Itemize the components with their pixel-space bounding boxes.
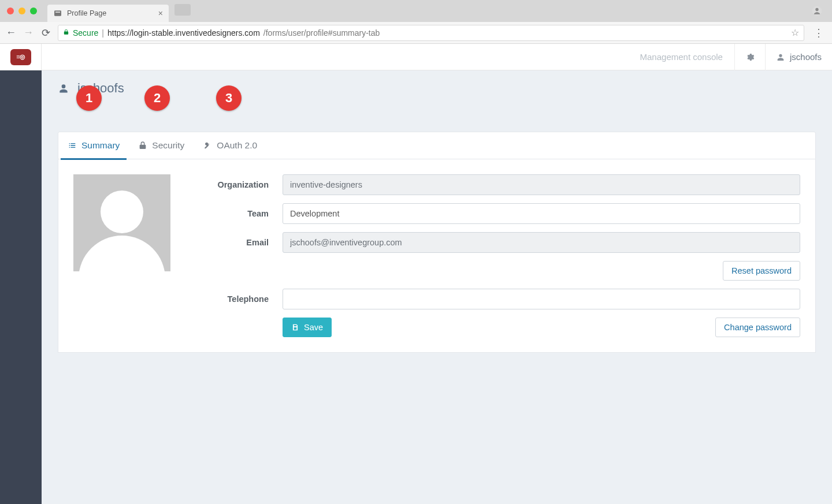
tabs: Summary Security OAuth 2.0 [58, 132, 816, 159]
save-button-label: Save [304, 323, 323, 332]
app-logo[interactable]: ≡◎ [0, 44, 42, 70]
window-minimize-icon[interactable] [18, 8, 25, 14]
forward-button: → [23, 27, 34, 39]
user-icon [776, 53, 785, 62]
input-organization [283, 174, 800, 195]
label-email: Email [194, 238, 269, 247]
settings-button[interactable] [735, 44, 765, 70]
window-close-icon[interactable] [7, 8, 14, 14]
browser-toolbar: ← → ⟳ Secure | https://login-stable.inve… [0, 22, 832, 44]
label-team: Team [194, 209, 269, 218]
list-icon [68, 141, 77, 150]
url-path: /forms/user/profile#summary-tab [263, 28, 380, 38]
save-button[interactable]: Save [283, 318, 332, 337]
reset-password-button[interactable]: Reset password [723, 261, 800, 281]
row-email: Email [194, 232, 800, 253]
svg-rect-0 [54, 10, 61, 16]
lock-icon [138, 141, 147, 150]
profile-form: Organization Team Email Reset password T… [194, 174, 800, 337]
profile-panel: Organization Team Email Reset password T… [58, 159, 816, 353]
annotation-badge-3: 3 [216, 85, 242, 111]
user-menu[interactable]: jschoofs [766, 44, 832, 70]
input-telephone[interactable] [283, 289, 800, 309]
app: ≡◎ Management console jschoofs jschoofs … [0, 44, 832, 504]
window-controls [0, 0, 44, 22]
browser-tab-title: Profile Page [67, 9, 106, 17]
tab-label: Security [152, 140, 184, 151]
browser-profile-icon[interactable] [802, 0, 832, 22]
avatar-placeholder [73, 174, 170, 271]
browser-chrome: Profile Page × ← → ⟳ Secure | https://lo… [0, 0, 832, 44]
row-organization: Organization [194, 174, 800, 195]
main: Management console jschoofs jschoofs 1 2… [42, 44, 832, 504]
key-icon [203, 141, 212, 150]
header-username: jschoofs [790, 52, 822, 62]
user-icon [58, 83, 69, 94]
tab-security[interactable]: Security [137, 132, 185, 159]
save-icon [291, 323, 299, 331]
back-button[interactable]: ← [6, 27, 16, 39]
tab-label: OAuth 2.0 [217, 140, 257, 151]
row-telephone: Telephone [194, 289, 800, 309]
label-organization: Organization [194, 180, 269, 189]
favicon-icon [53, 9, 62, 18]
tab-summary[interactable]: Summary [66, 132, 121, 159]
gear-icon [745, 53, 755, 62]
browser-tab[interactable]: Profile Page × [47, 5, 169, 22]
tabs-container: 1 2 3 Summary Security OAuth 2.0 [42, 99, 832, 159]
lock-icon [63, 28, 69, 38]
secure-label: Secure [73, 28, 98, 38]
input-team[interactable] [283, 203, 800, 224]
bookmark-icon[interactable]: ☆ [791, 27, 799, 38]
address-bar[interactable]: Secure | https://login-stable.inventived… [58, 25, 804, 41]
change-password-button[interactable]: Change password [715, 318, 800, 337]
sidebar: ≡◎ [0, 44, 42, 504]
tab-label: Summary [81, 140, 120, 151]
svg-point-3 [815, 8, 818, 11]
annotation-badge-1: 1 [76, 85, 102, 111]
app-header: Management console jschoofs [42, 44, 832, 70]
reload-button[interactable]: ⟳ [40, 27, 51, 39]
row-reset-password: Reset password [194, 261, 800, 281]
tab-close-icon[interactable]: × [158, 9, 163, 17]
row-team: Team [194, 203, 800, 224]
window-zoom-icon[interactable] [30, 8, 37, 14]
management-console-link[interactable]: Management console [629, 52, 734, 62]
row-actions: Save Change password [194, 318, 800, 337]
annotation-badge-2: 2 [144, 85, 170, 111]
svg-rect-1 [55, 12, 60, 12]
label-telephone: Telephone [194, 294, 269, 304]
input-email [283, 232, 800, 253]
browser-tabstrip: Profile Page × [0, 0, 832, 22]
tab-oauth[interactable]: OAuth 2.0 [202, 132, 258, 159]
new-tab-button[interactable] [174, 4, 191, 16]
browser-menu-icon[interactable]: ⋮ [811, 27, 826, 39]
url-host: https://login-stable.inventivedesigners.… [107, 28, 260, 38]
